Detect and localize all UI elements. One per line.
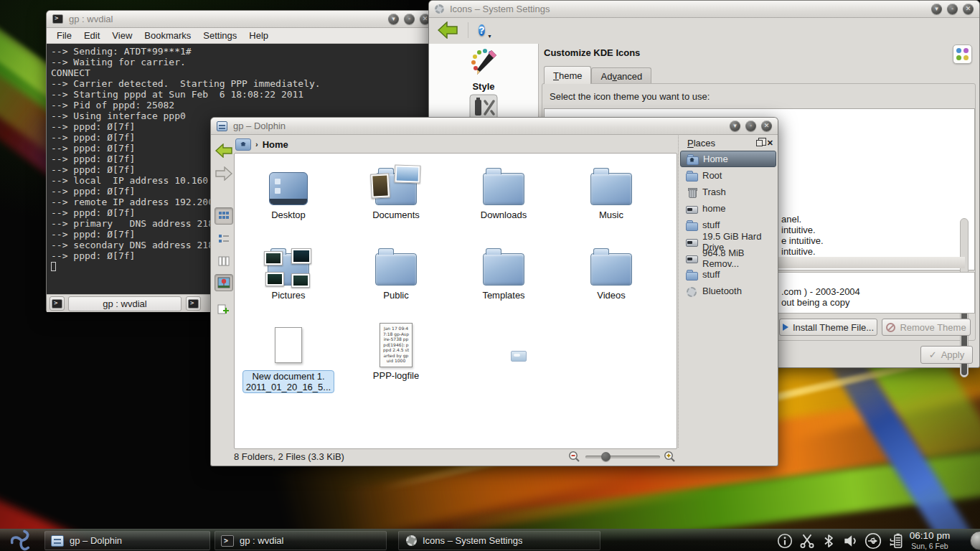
places-title: Places	[687, 138, 715, 149]
minimize-button-icon[interactable]: ▾	[388, 14, 399, 24]
home-folder-icon[interactable]	[235, 138, 251, 151]
columns-view-button[interactable]	[215, 253, 233, 270]
taskbar-task[interactable]: gp : wvdial	[215, 531, 387, 550]
forward-button[interactable]	[215, 165, 233, 182]
bluetooth-icon[interactable]	[821, 532, 837, 550]
file-icon	[375, 240, 417, 287]
tab-advanced[interactable]: Advanced	[591, 67, 651, 84]
taskbar-task[interactable]: Icons – System Settings	[398, 531, 600, 550]
file-item[interactable]: New document 1. 2011_01_20_16_5...	[236, 320, 341, 400]
places-item[interactable]: Bluetooth	[680, 283, 776, 299]
clock-time: 06:10 pm	[903, 531, 957, 541]
menubar: FileEditViewBookmarksSettingsHelp	[47, 28, 436, 44]
zoom-slider-track[interactable]	[585, 456, 660, 458]
zoom-in-icon[interactable]	[664, 451, 676, 463]
icons-module-icon	[953, 44, 972, 64]
menu-item[interactable]: Settings	[203, 30, 237, 41]
notifications-icon[interactable]	[776, 532, 793, 550]
sidebar-item-label: Style	[429, 81, 538, 92]
places-item[interactable]: Home	[680, 151, 776, 167]
file-item[interactable]: Videos	[559, 240, 664, 320]
apply-button[interactable]: ✓ Apply	[920, 346, 973, 364]
system-settings-titlebar[interactable]: Icons – System Settings ▾ ◦ ✕	[429, 1, 979, 18]
split-view-button[interactable]	[215, 301, 233, 318]
tab-strip: Theme Advanced	[544, 67, 651, 84]
minimize-button-icon[interactable]: ▾	[931, 4, 942, 14]
close-panel-icon[interactable]: ✕	[767, 139, 773, 147]
konsole-titlebar[interactable]: gp : wvdial ▾ ◦ ✕	[47, 11, 436, 28]
clock-date: Sun, 6 Feb	[903, 541, 957, 551]
volume-icon[interactable]	[842, 532, 859, 550]
places-item[interactable]: Trash	[680, 184, 776, 200]
theme-list-text: intuitive.	[781, 246, 816, 257]
sidebar-item-style[interactable]: Style	[429, 47, 538, 92]
float-panel-icon[interactable]	[756, 140, 763, 146]
places-item[interactable]: home	[680, 200, 776, 217]
theme-description-text: .com ) - 2003-2004	[781, 286, 860, 297]
no-entry-icon	[886, 323, 895, 332]
klipper-scissors-icon[interactable]	[798, 532, 816, 550]
place-icon	[686, 253, 697, 263]
minimize-button-icon[interactable]: ▾	[730, 121, 740, 131]
clock[interactable]: 06:10 pm Sun, 6 Feb	[903, 531, 957, 551]
file-item[interactable]: Pictures	[236, 240, 341, 320]
preview-button[interactable]	[215, 274, 233, 291]
device-notifier-usb-icon[interactable]	[864, 532, 882, 550]
file-label: Videos	[597, 290, 626, 301]
install-theme-button[interactable]: Install Theme File...	[779, 319, 877, 336]
places-header: Places ✕	[680, 136, 776, 151]
file-item[interactable]: Music	[559, 159, 664, 240]
file-item[interactable]: Downloads	[451, 159, 556, 240]
tab-theme[interactable]: Theme	[544, 66, 591, 84]
place-icon	[686, 286, 697, 296]
icons-view-button[interactable]	[215, 207, 233, 225]
close-button-icon[interactable]: ✕	[963, 4, 974, 14]
file-item[interactable]: Templates	[451, 240, 556, 320]
places-item[interactable]: 964.8 MiB Remov...	[680, 250, 776, 266]
place-icon	[686, 204, 697, 214]
help-button[interactable]: ? ▾	[479, 22, 485, 38]
file-label: Templates	[482, 290, 524, 301]
folder-view[interactable]: Desktop Documents	[234, 153, 677, 449]
file-label: Documents	[372, 209, 420, 220]
menu-item[interactable]: View	[112, 30, 132, 41]
file-item[interactable]: Desktop	[236, 159, 341, 240]
maximize-button-icon[interactable]: ◦	[947, 4, 958, 14]
maximize-button-icon[interactable]: ◦	[404, 14, 415, 24]
taskbar-task[interactable]: gp – Dolphin	[44, 531, 210, 550]
place-icon	[686, 270, 697, 280]
details-view-icon	[218, 233, 230, 245]
zoom-slider-handle[interactable]	[601, 452, 611, 461]
file-label: Downloads	[481, 209, 527, 220]
dolphin-titlebar[interactable]: gp – Dolphin ▾ ◦ ✕	[211, 118, 778, 135]
menu-item[interactable]: Bookmarks	[144, 30, 191, 41]
columns-view-icon	[218, 255, 230, 267]
maximize-button-icon[interactable]: ◦	[745, 121, 756, 131]
new-tab-button[interactable]	[50, 296, 65, 311]
details-view-button[interactable]	[215, 230, 233, 248]
menu-item[interactable]: File	[57, 30, 72, 41]
zoom-out-icon[interactable]	[568, 451, 580, 463]
menu-item[interactable]: Edit	[84, 30, 100, 41]
file-item[interactable]: Jan 17 09:4 7:18 gp-Asp ire-5738 pp pd[1…	[344, 320, 448, 400]
dolphin-window: gp – Dolphin ▾ ◦ ✕ › Home	[210, 117, 778, 466]
file-icon	[268, 240, 309, 287]
file-item[interactable]: Documents	[344, 159, 448, 240]
back-icon[interactable]	[438, 22, 458, 39]
gear-icon	[435, 4, 444, 14]
remove-theme-button[interactable]: Remove Theme	[882, 319, 971, 336]
file-item[interactable]: Public	[344, 240, 448, 320]
file-icon: Jan 17 09:4 7:18 gp-Asp ire-5738 pp pd[1…	[380, 320, 413, 367]
dolphin-side-toolbar	[212, 139, 234, 446]
menu-item[interactable]: Help	[249, 30, 268, 41]
file-icon	[375, 159, 417, 207]
breadcrumb-home[interactable]: Home	[263, 139, 288, 150]
tab-list-button[interactable]	[186, 296, 201, 311]
terminal-cursor	[51, 262, 56, 271]
back-button[interactable]	[215, 142, 233, 159]
konsole-tab[interactable]: gp : wvdial	[68, 296, 182, 311]
close-button-icon[interactable]: ✕	[761, 121, 772, 131]
places-item[interactable]: Root	[680, 167, 776, 184]
window-title: Icons – System Settings	[450, 4, 550, 14]
terminal-line: --> Starting pppd at Sun Feb 6 18:08:22 …	[51, 89, 432, 100]
